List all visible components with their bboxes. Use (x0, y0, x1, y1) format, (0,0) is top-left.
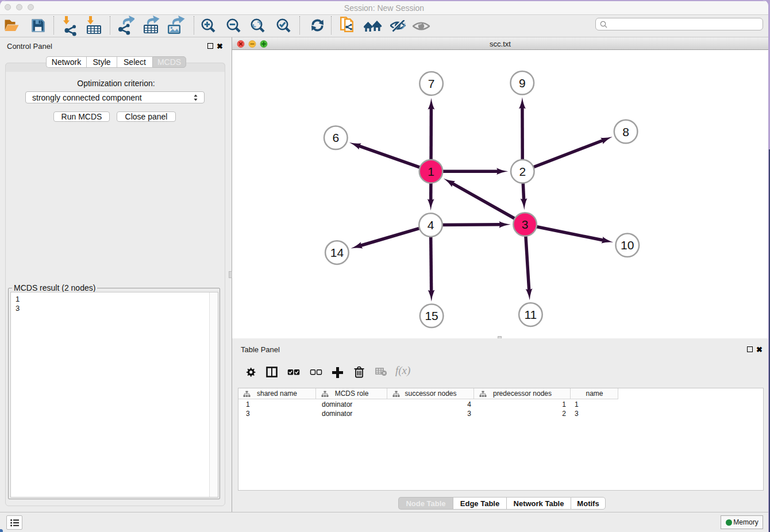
svg-text:f(x): f(x) (395, 365, 410, 377)
svg-text:7: 7 (428, 77, 435, 90)
svg-text:8: 8 (622, 125, 629, 138)
svg-text:15: 15 (425, 309, 438, 322)
svg-text:1: 1 (428, 165, 434, 178)
svg-text:10: 10 (621, 238, 634, 252)
svg-text:4: 4 (428, 218, 434, 232)
svg-text:14: 14 (330, 246, 344, 259)
svg-text:6: 6 (332, 131, 339, 144)
svg-text:3: 3 (522, 218, 529, 231)
svg-text:11: 11 (524, 308, 537, 321)
svg-text:2: 2 (519, 165, 526, 178)
svg-text:9: 9 (519, 76, 526, 90)
